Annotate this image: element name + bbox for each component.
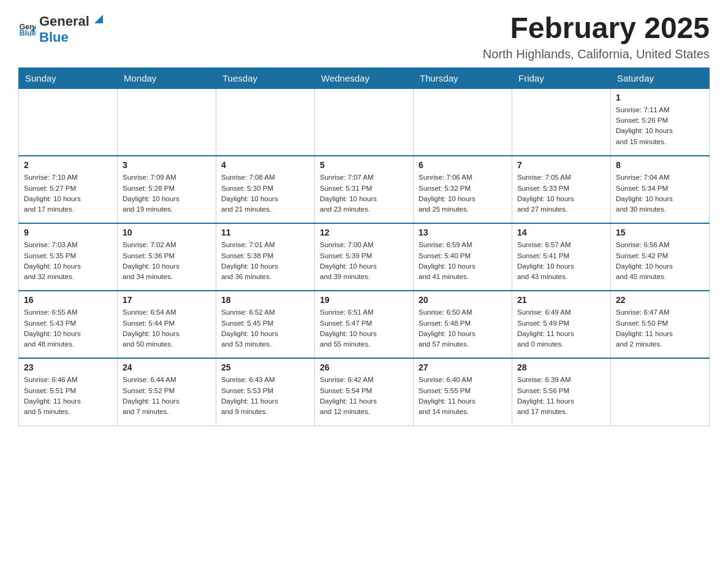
calendar-cell: 16Sunrise: 6:55 AM Sunset: 5:43 PM Dayli… xyxy=(19,291,118,358)
day-number: 9 xyxy=(24,228,112,237)
day-info: Sunrise: 6:49 AM Sunset: 5:49 PM Dayligh… xyxy=(517,307,605,350)
calendar-cell: 22Sunrise: 6:47 AM Sunset: 5:50 PM Dayli… xyxy=(611,291,710,358)
day-number: 21 xyxy=(517,295,605,305)
logo: General Blue General Blue xyxy=(18,12,105,45)
calendar-cell: 12Sunrise: 7:00 AM Sunset: 5:39 PM Dayli… xyxy=(315,223,414,291)
day-info: Sunrise: 6:46 AM Sunset: 5:51 PM Dayligh… xyxy=(24,375,112,417)
day-number: 6 xyxy=(419,160,507,170)
calendar-cell: 28Sunrise: 6:39 AM Sunset: 5:56 PM Dayli… xyxy=(512,358,611,426)
day-info: Sunrise: 7:10 AM Sunset: 5:27 PM Dayligh… xyxy=(24,172,112,215)
calendar-cell: 4Sunrise: 7:08 AM Sunset: 5:30 PM Daylig… xyxy=(216,156,315,223)
svg-marker-3 xyxy=(94,15,103,23)
day-info: Sunrise: 7:09 AM Sunset: 5:28 PM Dayligh… xyxy=(123,172,211,215)
calendar-cell: 24Sunrise: 6:44 AM Sunset: 5:52 PM Dayli… xyxy=(118,358,216,426)
header-monday: Monday xyxy=(118,67,216,88)
day-info: Sunrise: 6:57 AM Sunset: 5:41 PM Dayligh… xyxy=(517,240,605,282)
calendar-subtitle: North Highlands, California, United Stat… xyxy=(483,47,710,61)
day-info: Sunrise: 7:02 AM Sunset: 5:36 PM Dayligh… xyxy=(123,240,211,282)
day-number: 10 xyxy=(123,228,211,237)
calendar-cell: 2Sunrise: 7:10 AM Sunset: 5:27 PM Daylig… xyxy=(19,156,118,223)
day-number: 20 xyxy=(419,295,507,305)
calendar-cell xyxy=(216,88,315,156)
calendar-cell: 9Sunrise: 7:03 AM Sunset: 5:35 PM Daylig… xyxy=(19,223,118,291)
calendar-cell: 17Sunrise: 6:54 AM Sunset: 5:44 PM Dayli… xyxy=(118,291,216,358)
svg-text:Blue: Blue xyxy=(19,29,36,37)
day-info: Sunrise: 6:56 AM Sunset: 5:42 PM Dayligh… xyxy=(616,240,704,282)
day-info: Sunrise: 7:03 AM Sunset: 5:35 PM Dayligh… xyxy=(24,240,112,282)
week-row-1: 1Sunrise: 7:11 AM Sunset: 5:26 PM Daylig… xyxy=(19,88,710,156)
day-number: 12 xyxy=(320,228,408,237)
day-number: 15 xyxy=(616,228,704,237)
logo-arrow-icon xyxy=(91,12,104,26)
header-saturday: Saturday xyxy=(611,67,710,88)
page-header: General Blue General Blue February 2025 … xyxy=(18,12,710,61)
day-number: 26 xyxy=(320,362,408,372)
week-row-4: 16Sunrise: 6:55 AM Sunset: 5:43 PM Dayli… xyxy=(19,291,710,358)
day-number: 3 xyxy=(123,160,211,170)
day-number: 17 xyxy=(123,295,211,305)
day-number: 2 xyxy=(24,160,112,170)
calendar-cell: 21Sunrise: 6:49 AM Sunset: 5:49 PM Dayli… xyxy=(512,291,611,358)
calendar-cell: 25Sunrise: 6:43 AM Sunset: 5:53 PM Dayli… xyxy=(216,358,315,426)
day-info: Sunrise: 6:47 AM Sunset: 5:50 PM Dayligh… xyxy=(616,307,704,350)
day-info: Sunrise: 7:06 AM Sunset: 5:32 PM Dayligh… xyxy=(419,172,507,215)
calendar-cell xyxy=(315,88,414,156)
day-info: Sunrise: 7:05 AM Sunset: 5:33 PM Dayligh… xyxy=(517,172,605,215)
header-thursday: Thursday xyxy=(414,67,512,88)
calendar-header-row: SundayMondayTuesdayWednesdayThursdayFrid… xyxy=(19,67,710,88)
day-info: Sunrise: 7:07 AM Sunset: 5:31 PM Dayligh… xyxy=(320,172,408,215)
calendar-cell: 23Sunrise: 6:46 AM Sunset: 5:51 PM Dayli… xyxy=(19,358,118,426)
calendar-cell: 27Sunrise: 6:40 AM Sunset: 5:55 PM Dayli… xyxy=(414,358,512,426)
day-info: Sunrise: 6:43 AM Sunset: 5:53 PM Dayligh… xyxy=(221,375,309,417)
calendar-cell xyxy=(611,358,710,426)
day-number: 25 xyxy=(221,362,309,372)
calendar-cell: 13Sunrise: 6:59 AM Sunset: 5:40 PM Dayli… xyxy=(414,223,512,291)
week-row-3: 9Sunrise: 7:03 AM Sunset: 5:35 PM Daylig… xyxy=(19,223,710,291)
day-info: Sunrise: 7:04 AM Sunset: 5:34 PM Dayligh… xyxy=(616,172,704,215)
calendar-cell: 14Sunrise: 6:57 AM Sunset: 5:41 PM Dayli… xyxy=(512,223,611,291)
day-number: 5 xyxy=(320,160,408,170)
logo-icon: General Blue xyxy=(18,20,36,37)
calendar-title: February 2025 xyxy=(483,12,710,45)
calendar-cell xyxy=(118,88,216,156)
day-info: Sunrise: 6:59 AM Sunset: 5:40 PM Dayligh… xyxy=(419,240,507,282)
day-number: 1 xyxy=(616,93,704,102)
header-friday: Friday xyxy=(512,67,611,88)
calendar-cell: 6Sunrise: 7:06 AM Sunset: 5:32 PM Daylig… xyxy=(414,156,512,223)
day-info: Sunrise: 7:08 AM Sunset: 5:30 PM Dayligh… xyxy=(221,172,309,215)
calendar-cell: 26Sunrise: 6:42 AM Sunset: 5:54 PM Dayli… xyxy=(315,358,414,426)
day-info: Sunrise: 7:00 AM Sunset: 5:39 PM Dayligh… xyxy=(320,240,408,282)
day-number: 11 xyxy=(221,228,309,237)
week-row-2: 2Sunrise: 7:10 AM Sunset: 5:27 PM Daylig… xyxy=(19,156,710,223)
day-number: 28 xyxy=(517,362,605,372)
calendar-cell xyxy=(19,88,118,156)
calendar-cell: 1Sunrise: 7:11 AM Sunset: 5:26 PM Daylig… xyxy=(611,88,710,156)
calendar-cell: 11Sunrise: 7:01 AM Sunset: 5:38 PM Dayli… xyxy=(216,223,315,291)
calendar-cell: 20Sunrise: 6:50 AM Sunset: 5:48 PM Dayli… xyxy=(414,291,512,358)
day-number: 24 xyxy=(123,362,211,372)
day-number: 7 xyxy=(517,160,605,170)
day-number: 23 xyxy=(24,362,112,372)
day-info: Sunrise: 6:40 AM Sunset: 5:55 PM Dayligh… xyxy=(419,375,507,417)
day-info: Sunrise: 6:54 AM Sunset: 5:44 PM Dayligh… xyxy=(123,307,211,350)
calendar-cell: 3Sunrise: 7:09 AM Sunset: 5:28 PM Daylig… xyxy=(118,156,216,223)
day-info: Sunrise: 6:39 AM Sunset: 5:56 PM Dayligh… xyxy=(517,375,605,417)
logo-text-general: General xyxy=(39,13,89,29)
day-info: Sunrise: 7:11 AM Sunset: 5:26 PM Dayligh… xyxy=(616,105,704,147)
day-number: 22 xyxy=(616,295,704,305)
day-number: 4 xyxy=(221,160,309,170)
day-info: Sunrise: 6:51 AM Sunset: 5:47 PM Dayligh… xyxy=(320,307,408,350)
day-info: Sunrise: 6:50 AM Sunset: 5:48 PM Dayligh… xyxy=(419,307,507,350)
calendar-cell xyxy=(512,88,611,156)
calendar-cell: 18Sunrise: 6:52 AM Sunset: 5:45 PM Dayli… xyxy=(216,291,315,358)
logo-text-blue: Blue xyxy=(39,29,69,45)
header-tuesday: Tuesday xyxy=(216,67,315,88)
calendar-cell: 19Sunrise: 6:51 AM Sunset: 5:47 PM Dayli… xyxy=(315,291,414,358)
calendar-cell: 10Sunrise: 7:02 AM Sunset: 5:36 PM Dayli… xyxy=(118,223,216,291)
day-info: Sunrise: 6:52 AM Sunset: 5:45 PM Dayligh… xyxy=(221,307,309,350)
header-sunday: Sunday xyxy=(19,67,118,88)
day-number: 14 xyxy=(517,228,605,237)
calendar-cell: 7Sunrise: 7:05 AM Sunset: 5:33 PM Daylig… xyxy=(512,156,611,223)
day-number: 16 xyxy=(24,295,112,305)
header-wednesday: Wednesday xyxy=(315,67,414,88)
